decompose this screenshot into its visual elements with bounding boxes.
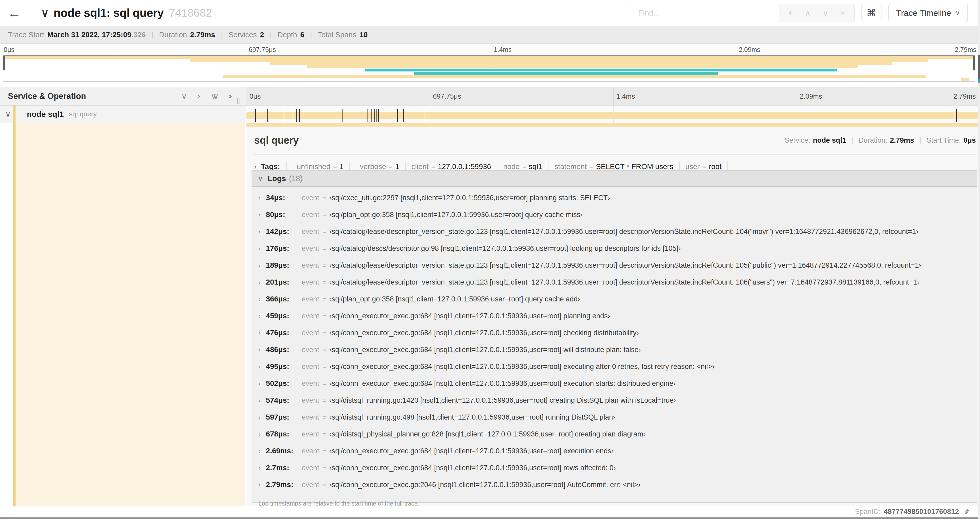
summary-label: Trace Start [8,30,44,39]
ruler-tick-label: 1.4ms [494,46,512,54]
log-row[interactable]: ›486μs:event=‹sql/conn_executor_exec.go:… [252,341,977,358]
log-row[interactable]: ›189μs:event=‹sql/catalog/lease/descript… [252,257,977,274]
log-row[interactable]: ›80μs:event=‹sql/plan_opt.go:358 [nsql1,… [252,206,977,223]
tag-key: statement [554,163,587,171]
log-value: ‹sql/distsql_running.go:498 [nsql1,clien… [329,413,616,422]
minimap-span-bar [3,56,975,59]
log-value: ‹sql/distsql_physical_planner.go:828 [ns… [329,430,646,438]
trace-collapse-icon[interactable]: ∨ [41,7,49,19]
log-row[interactable]: ›366μs:event=‹sql/plan_opt.go:358 [nsql1… [252,291,977,308]
chevron-right-icon: › [258,312,261,320]
scrollbar-thumb[interactable] [978,55,980,81]
log-row[interactable]: ›597μs:event=‹sql/distsql_running.go:498… [252,409,977,426]
chevron-down-icon: ∨ [258,174,263,183]
minimap-span-bar [270,62,892,65]
log-row[interactable]: ›459μs:event=‹sql/conn_executor_exec.go:… [252,308,977,324]
log-row[interactable]: ›2.79ms:event=‹sql/conn_executor_exec.go… [252,476,977,493]
log-equals: = [322,312,326,320]
summary-label: Depth [277,30,297,39]
log-marker-tick [956,109,957,122]
log-equals: = [322,430,326,438]
log-equals: = [322,481,326,489]
log-equals: = [322,414,326,421]
back-button[interactable]: ← [0,0,29,26]
summary-item: Duration2.79ms [159,30,215,39]
logs-header[interactable]: ∨ Logs (18) [252,171,977,187]
log-row[interactable]: ›502μs:event=‹sql/conn_executor_exec.go:… [252,375,977,392]
log-equals: = [322,447,326,455]
log-row[interactable]: ›495μs:event=‹sql/conn_executor_exec.go:… [252,358,977,375]
log-row[interactable]: ›176μs:event=‹sql/catalog/descs/descript… [252,240,977,257]
log-equals: = [322,363,326,370]
log-equals: = [322,194,326,202]
divider: | [221,31,223,39]
expand-all-icon[interactable]: ›› [229,91,233,101]
minimap-span-bar [307,65,858,68]
expand-one-icon[interactable]: › [197,91,200,101]
log-marker-tick [299,109,300,122]
span-detail-title: sql query [254,135,299,146]
divider: | [310,31,312,39]
find-box: ⌖ ∧ ∨ × [631,4,854,22]
minimap-right-scrubber[interactable] [973,56,975,70]
span-duration-bar[interactable] [246,112,978,119]
trace-view-label: Trace Timeline [896,8,951,18]
log-row[interactable]: ›142μs:event=‹sql/catalog/lease/descript… [252,223,977,240]
collapse-all-icon[interactable]: ∨∨ [211,91,219,101]
chevron-down-icon: ∨ [955,9,960,17]
log-row[interactable]: ›2.7ms:event=‹sql/conn_executor_exec.go:… [252,459,977,476]
log-value: ‹sql/conn_executor_exec.go:684 [nsql1,cl… [329,380,676,388]
log-field-name: event [302,295,319,303]
span-row-name-column[interactable]: ∨ node sql1 sql query [0,105,246,123]
log-timestamp: 201μs: [266,278,298,286]
span-row-timeline[interactable] [246,105,980,123]
trace-minimap[interactable] [3,55,975,81]
span-id-label: SpanID: [855,508,881,516]
trace-view-selector[interactable]: Trace Timeline ∨ [888,4,968,22]
log-value: ‹sql/catalog/lease/descriptor_version_st… [329,278,920,286]
log-row[interactable]: ›574μs:event=‹sql/distsql_running.go:142… [252,392,977,409]
locate-icon[interactable]: ⌖ [788,8,793,18]
log-field-name: event [302,278,319,286]
span-row[interactable]: ∨ node sql1 sql query [0,105,980,123]
back-arrow-icon: ← [8,5,21,21]
log-field-name: event [302,380,319,388]
log-row[interactable]: ›201μs:event=‹sql/catalog/lease/descript… [252,274,977,291]
chevron-right-icon: › [258,329,261,337]
service-label: Service: [784,136,810,145]
minimap-span-bar [190,59,928,62]
log-field-name: event [302,329,319,337]
start-time-value: 0μs [963,136,976,145]
log-marker-tick [403,109,404,122]
collapse-one-icon[interactable]: ∨ [181,91,187,101]
divider [254,154,976,155]
prev-result-icon[interactable]: ∧ [805,8,811,18]
column-resizer[interactable]: || [237,96,241,105]
log-marker-tick [397,109,398,122]
log-row[interactable]: ›2.69ms:event=‹sql/conn_executor_exec.go… [252,442,977,459]
span-color-strip [13,105,16,123]
next-result-icon[interactable]: ∨ [822,8,829,18]
log-value: ‹sql/catalog/lease/descriptor_version_st… [329,261,921,270]
minimap-left-scrubber[interactable] [3,56,5,70]
tag-key: _unfinished [293,163,330,171]
find-input[interactable] [631,4,779,22]
log-marker-tick [367,109,368,122]
divider: | [151,31,153,39]
chevron-right-icon: › [258,363,261,370]
trace-summary-bar: Trace StartMarch 31 2022, 17:25:09.326|D… [0,26,980,44]
keyboard-shortcuts-button[interactable]: ⌘ [861,4,881,22]
scrollbar-marker [978,78,980,83]
log-row[interactable]: ›678μs:event=‹sql/distsql_physical_plann… [252,426,977,442]
log-row[interactable]: ›476μs:event=‹sql/conn_executor_exec.go:… [252,324,977,341]
log-row[interactable]: ›34μs:event=‹sql/exec_util.go:2297 [nsql… [252,189,977,206]
minimap-span-bar [414,72,718,75]
chevron-right-icon: › [258,380,261,387]
copy-link-icon[interactable] [963,508,971,516]
log-timestamp: 502μs: [266,379,298,388]
service-value: node sql1 [813,136,846,145]
scrollbar-track[interactable] [978,0,980,519]
ruler-tick-label: 2.79ms [955,46,976,54]
log-equals: = [322,295,326,303]
clear-search-icon[interactable]: × [840,8,845,18]
